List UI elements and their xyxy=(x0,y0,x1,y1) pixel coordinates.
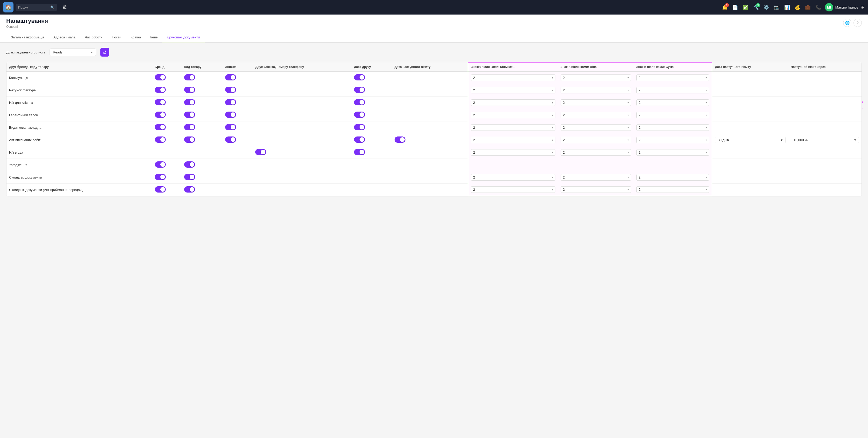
znakiv-select[interactable]: 2▾ xyxy=(561,149,631,156)
toggle[interactable] xyxy=(354,149,365,155)
visit-select[interactable]: 30 днів▾ xyxy=(715,137,785,143)
toggle[interactable] xyxy=(155,99,166,105)
toggle[interactable] xyxy=(225,74,236,81)
table-row: Складські документи2▾2▾2▾ xyxy=(6,171,862,184)
notifications-btn[interactable]: 🔔 2 xyxy=(720,3,730,12)
toggle[interactable] xyxy=(184,136,195,143)
toggle[interactable] xyxy=(354,112,365,118)
toggle[interactable] xyxy=(184,161,195,168)
visit-select[interactable]: 10,000 км.▾ xyxy=(791,137,859,143)
toggle[interactable] xyxy=(184,186,195,192)
znakiv-select[interactable]: 2▾ xyxy=(561,87,631,93)
znakiv-select[interactable]: 2▾ xyxy=(637,137,709,143)
table-row: Акт виконаних робіт2▾2▾2▾30 днів▾10,000 … xyxy=(6,134,862,146)
znakiv-select[interactable]: 2▾ xyxy=(637,124,709,131)
toggle[interactable] xyxy=(225,136,236,143)
znakiv-select[interactable]: 2▾ xyxy=(637,174,709,181)
toggle[interactable] xyxy=(155,174,166,180)
znakiv-select[interactable]: 2▾ xyxy=(637,112,709,118)
tab-printed-docs[interactable]: Друковані документи xyxy=(162,33,205,42)
znakiv-select[interactable]: 2▾ xyxy=(561,124,631,131)
znakiv-select[interactable]: 2▾ xyxy=(561,99,631,106)
toggle[interactable] xyxy=(354,124,365,130)
toggle[interactable] xyxy=(184,124,195,130)
znakiv-select[interactable]: 2▾ xyxy=(471,74,555,81)
dollar-btn[interactable]: 💰 xyxy=(793,3,802,12)
toggle[interactable] xyxy=(155,74,166,81)
search-icon: 🔍 xyxy=(50,5,55,9)
tab-general-info[interactable]: Загальна інформація xyxy=(6,33,49,42)
znakiv-select[interactable]: 2▾ xyxy=(637,186,709,193)
help-btn[interactable]: ? xyxy=(854,19,862,27)
tab-other[interactable]: Інше xyxy=(146,33,162,42)
znakiv-select[interactable]: 2▾ xyxy=(561,186,631,193)
toggle[interactable] xyxy=(155,87,166,93)
znakiv-select[interactable]: 2▾ xyxy=(637,149,709,156)
tab-address-map[interactable]: Адреса і мапа xyxy=(49,33,80,42)
col-header-next-visit: Дата наступного візиту xyxy=(392,62,468,72)
znakiv-select[interactable]: 2▾ xyxy=(561,137,631,143)
znakiv-select[interactable]: 2▾ xyxy=(561,74,631,81)
tab-work-hours[interactable]: Час роботи xyxy=(80,33,107,42)
toggle[interactable] xyxy=(354,136,365,143)
toggle[interactable] xyxy=(225,124,236,130)
archive-icon-btn[interactable]: 🏛 xyxy=(60,3,69,12)
znakiv-select[interactable]: 2▾ xyxy=(471,124,555,131)
toggle[interactable] xyxy=(184,99,195,105)
znakiv-select[interactable]: 2▾ xyxy=(561,112,631,118)
col-header-print-date: Дата друку xyxy=(351,62,392,72)
tab-country[interactable]: Країна xyxy=(126,33,146,42)
toggle[interactable] xyxy=(184,112,195,118)
new-document-btn[interactable]: 📄 xyxy=(731,3,740,12)
phone-btn[interactable]: 📞 xyxy=(813,3,823,12)
toggle[interactable] xyxy=(225,99,236,105)
toggle[interactable] xyxy=(354,74,365,81)
briefcase-btn[interactable]: 💼 xyxy=(803,3,812,12)
znakiv-select[interactable]: 2▾ xyxy=(471,137,555,143)
gear-icon: ⚙️ xyxy=(764,4,769,10)
toggle[interactable] xyxy=(155,186,166,192)
main-content: Друк пакувального листа Ready ▾ 🖨 Ось ту… xyxy=(0,42,868,201)
znakiv-select[interactable]: 2▾ xyxy=(637,74,709,81)
toggle[interactable] xyxy=(354,99,365,105)
toggle[interactable] xyxy=(354,87,365,93)
toggle[interactable] xyxy=(184,87,195,93)
page-title: Налаштування xyxy=(6,18,48,24)
znakiv-select[interactable]: 2▾ xyxy=(471,186,555,193)
znakiv-select[interactable]: 2▾ xyxy=(637,87,709,93)
toggle[interactable] xyxy=(155,124,166,130)
toggle[interactable] xyxy=(184,174,195,180)
app-grid-icon[interactable]: ⊞ xyxy=(861,4,865,10)
logo[interactable]: 🏠 xyxy=(3,2,13,12)
tools-btn[interactable]: 🔧 3 xyxy=(751,3,761,12)
znakiv-select[interactable]: 2▾ xyxy=(471,87,555,93)
znakiv-select[interactable]: 2▾ xyxy=(637,99,709,106)
checklist-btn[interactable]: ✅ xyxy=(741,3,750,12)
toggle[interactable] xyxy=(155,161,166,168)
globe-btn[interactable]: 🌐 xyxy=(843,19,851,27)
znakiv-select[interactable]: 2▾ xyxy=(471,149,555,156)
search-input[interactable] xyxy=(18,5,49,9)
print-btn[interactable]: 🖨 xyxy=(100,48,109,57)
znakiv-select[interactable]: 2▾ xyxy=(471,112,555,118)
print-packing-value: Ready xyxy=(53,50,63,54)
toggle[interactable] xyxy=(184,74,195,81)
col-header-client-phone: Друк клієнта, номеру телефону xyxy=(253,62,351,72)
toggle[interactable] xyxy=(155,112,166,118)
znakiv-select[interactable]: 2▾ xyxy=(471,99,555,106)
camera-btn[interactable]: 📷 xyxy=(772,3,781,12)
user-menu[interactable]: МІ Максим Іванов xyxy=(825,3,859,11)
toggle[interactable] xyxy=(225,87,236,93)
znakiv-select[interactable]: 2▾ xyxy=(561,174,631,181)
chart-btn[interactable]: 📊 xyxy=(782,3,792,12)
print-packing-label: Друк пакувального листа xyxy=(6,50,45,54)
toggle[interactable] xyxy=(255,149,266,155)
toggle[interactable] xyxy=(395,136,405,143)
toggle[interactable] xyxy=(155,136,166,143)
print-packing-select[interactable]: Ready ▾ xyxy=(50,49,96,56)
znakiv-select[interactable]: 2▾ xyxy=(471,174,555,181)
tools-badge: 3 xyxy=(756,3,760,7)
toggle[interactable] xyxy=(225,112,236,118)
settings-btn[interactable]: ⚙️ xyxy=(762,3,771,12)
tab-posts[interactable]: Пости xyxy=(107,33,126,42)
